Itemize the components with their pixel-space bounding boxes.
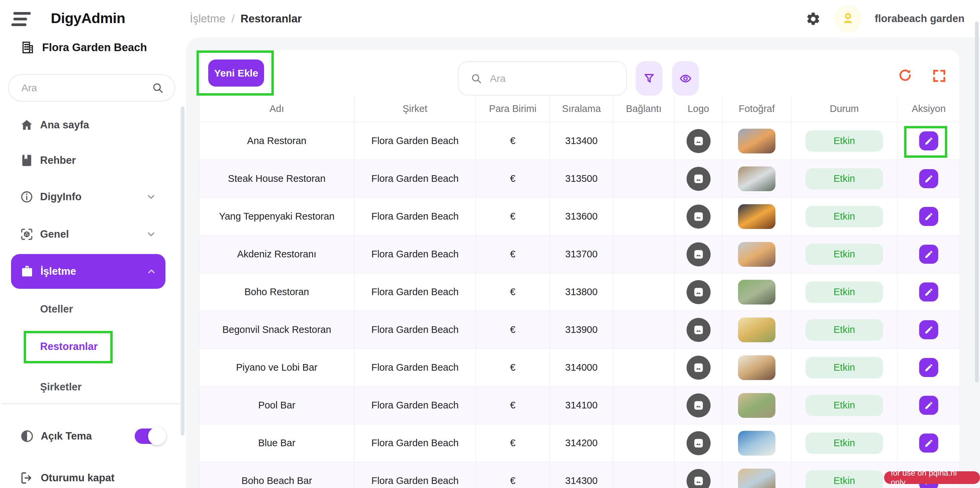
logo-placeholder bbox=[687, 469, 711, 488]
image-icon bbox=[692, 135, 705, 148]
add-button[interactable]: Yeni Ekle bbox=[208, 59, 264, 87]
cell-company: Flora Garden Beach bbox=[355, 122, 476, 159]
data-table: AdıŞirketPara BirimiSıralamaBağlantıLogo… bbox=[200, 96, 959, 488]
edit-button[interactable] bbox=[919, 169, 938, 188]
pencil-icon bbox=[924, 250, 934, 259]
status-badge: Etkin bbox=[805, 281, 883, 303]
gear-icon[interactable] bbox=[805, 11, 821, 27]
sidebar-item-isletme[interactable]: İşletme bbox=[11, 254, 165, 289]
cell-photo bbox=[722, 424, 791, 462]
building-icon bbox=[21, 40, 35, 54]
cell-action bbox=[898, 122, 959, 159]
briefcase-icon bbox=[21, 265, 34, 278]
breadcrumb-separator: / bbox=[231, 13, 234, 25]
logo-placeholder bbox=[687, 205, 711, 229]
refresh-button[interactable] bbox=[897, 68, 913, 84]
table-row: Ana Restoran Flora Garden Beach € 313400… bbox=[200, 122, 959, 160]
sidebar-item-digyinfo[interactable]: DigyInfo bbox=[0, 185, 186, 208]
column-header-7[interactable]: Durum bbox=[791, 96, 898, 122]
table-row: Begonvil Snack Restoran Flora Garden Bea… bbox=[200, 311, 959, 349]
cell-link bbox=[613, 462, 675, 488]
column-header-0[interactable]: Adı bbox=[200, 96, 355, 122]
edit-button[interactable] bbox=[919, 207, 938, 226]
column-header-5[interactable]: Logo bbox=[675, 96, 722, 122]
cell-company: Flora Garden Beach bbox=[355, 349, 476, 386]
logo-placeholder bbox=[687, 167, 711, 191]
fullscreen-button[interactable] bbox=[932, 68, 947, 84]
cell-logo bbox=[675, 387, 722, 424]
sidebar-item-rehber[interactable]: Rehber bbox=[0, 149, 186, 172]
visibility-button[interactable] bbox=[672, 61, 699, 95]
column-header-1[interactable]: Şirket bbox=[355, 96, 476, 122]
breadcrumb-parent[interactable]: İşletme bbox=[190, 13, 225, 25]
status-badge: Etkin bbox=[805, 470, 883, 488]
column-header-3[interactable]: Sıralama bbox=[550, 96, 613, 122]
cell-order: 313400 bbox=[550, 122, 613, 159]
sidebar-item-label: İşletme bbox=[40, 265, 76, 277]
cell-status: Etkin bbox=[791, 311, 898, 348]
cell-logo bbox=[675, 349, 722, 386]
filter-button[interactable] bbox=[636, 61, 662, 95]
cell-status: Etkin bbox=[791, 273, 898, 310]
cell-action bbox=[898, 160, 959, 197]
sidebar-scrollbar[interactable] bbox=[181, 106, 185, 436]
table-row: Boho Restoran Flora Garden Beach € 31380… bbox=[200, 273, 959, 311]
edit-button[interactable] bbox=[919, 131, 938, 150]
theme-toggle[interactable] bbox=[135, 429, 165, 444]
hamburger-menu-icon[interactable] bbox=[11, 11, 31, 27]
logo-placeholder bbox=[687, 242, 711, 266]
cell-logo bbox=[675, 462, 722, 488]
cell-name: Ana Restoran bbox=[200, 122, 355, 159]
sidebar-submenu-restoranlar[interactable]: Restoranlar bbox=[0, 335, 186, 358]
cell-currency: € bbox=[476, 198, 550, 235]
table-search-input[interactable] bbox=[482, 73, 626, 84]
column-header-8[interactable]: Aksiyon bbox=[898, 96, 959, 122]
cell-currency: € bbox=[476, 387, 550, 424]
user-name[interactable]: florabeach garden bbox=[875, 0, 965, 37]
cell-company: Flora Garden Beach bbox=[355, 198, 476, 235]
cell-name: Pool Bar bbox=[200, 387, 355, 424]
page-scrollbar[interactable] bbox=[975, 21, 978, 382]
sidebar-submenu-sirketler[interactable]: Şirketler bbox=[0, 375, 186, 399]
column-header-6[interactable]: Fotoğraf bbox=[722, 96, 791, 122]
cell-link bbox=[613, 387, 675, 424]
edit-button[interactable] bbox=[919, 245, 938, 264]
sidebar-item-logout[interactable]: Oturumu kapat bbox=[0, 466, 186, 488]
cell-company: Flora Garden Beach bbox=[355, 236, 476, 273]
pencil-icon bbox=[924, 363, 934, 372]
cell-status: Etkin bbox=[791, 349, 898, 386]
logo-placeholder bbox=[687, 431, 711, 455]
edit-button[interactable] bbox=[919, 358, 938, 377]
cell-currency: € bbox=[476, 349, 550, 386]
cell-logo bbox=[675, 311, 722, 348]
photo-thumbnail bbox=[738, 318, 775, 342]
status-badge: Etkin bbox=[805, 206, 883, 227]
cell-company: Flora Garden Beach bbox=[355, 462, 476, 488]
cell-name: Blue Bar bbox=[200, 424, 355, 462]
edit-button[interactable] bbox=[919, 434, 938, 453]
cell-order: 313700 bbox=[550, 236, 613, 273]
photo-thumbnail bbox=[738, 242, 775, 267]
table-body: Ana Restoran Flora Garden Beach € 313400… bbox=[200, 122, 959, 488]
column-header-4[interactable]: Bağlantı bbox=[613, 96, 675, 122]
sidebar-item-genel[interactable]: Genel bbox=[0, 223, 186, 246]
workspace-selector[interactable]: Flora Garden Beach bbox=[21, 40, 147, 56]
pencil-icon bbox=[924, 174, 934, 183]
refresh-icon bbox=[897, 68, 913, 83]
status-badge: Etkin bbox=[805, 395, 883, 416]
edit-button[interactable] bbox=[919, 283, 938, 302]
sidebar-item-label: Rehber bbox=[40, 154, 76, 167]
user-avatar[interactable] bbox=[834, 5, 862, 33]
edit-button[interactable] bbox=[919, 396, 938, 415]
sidebar-submenu-oteller[interactable]: Oteller bbox=[0, 297, 186, 321]
cell-status: Etkin bbox=[791, 462, 898, 488]
cell-order: 313600 bbox=[550, 198, 613, 235]
edit-button[interactable] bbox=[919, 320, 938, 339]
cell-photo bbox=[722, 160, 791, 197]
column-header-2[interactable]: Para Birimi bbox=[476, 96, 550, 122]
sidebar-search-input[interactable] bbox=[9, 82, 152, 94]
status-badge: Etkin bbox=[805, 168, 883, 189]
sidebar-item-label: Genel bbox=[40, 228, 69, 240]
cell-currency: € bbox=[476, 462, 550, 488]
sidebar-item-ana-sayfa[interactable]: Ana sayfa bbox=[0, 113, 186, 137]
